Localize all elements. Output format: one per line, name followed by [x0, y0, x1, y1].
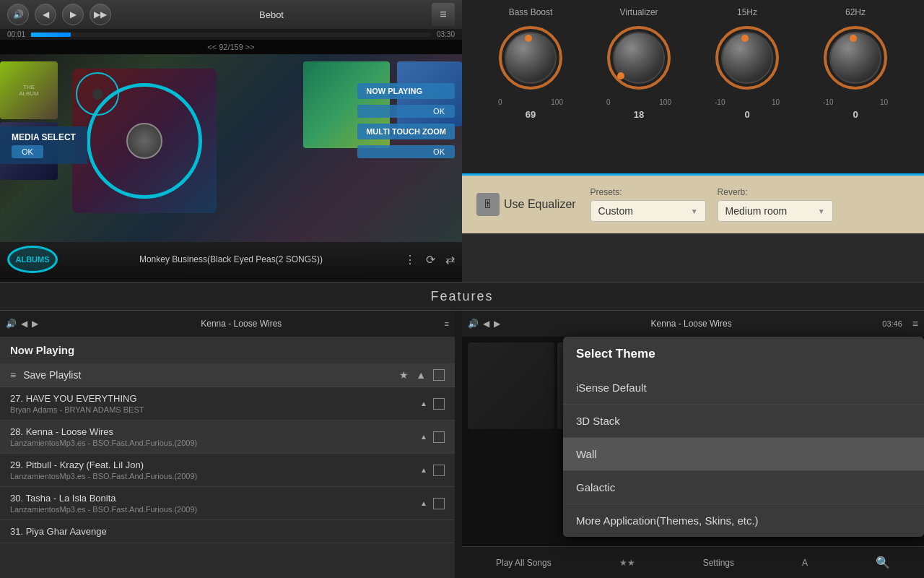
- theme-prev-btn[interactable]: ◀: [483, 319, 489, 329]
- eq-bottom-controls: 🎚 Use Equalizer Presets: Custom ▼ Reverb…: [462, 176, 924, 233]
- track-item[interactable]: 30. Tasha - La Isla Bonita LanzamientosM…: [0, 487, 455, 520]
- track-title: Monkey Business(Black Eyed Peas(2 SONGS)…: [65, 254, 397, 264]
- pl-volume-icon[interactable]: 🔊: [6, 319, 17, 329]
- theme-selector-overlay: Select Theme iSense Default 3D Stack Wal…: [563, 337, 924, 537]
- ok-button-2[interactable]: OK: [357, 145, 455, 158]
- track-item[interactable]: 28. Kenna - Loose Wires LanzamientosMp3.…: [0, 420, 455, 454]
- shuffle-icon[interactable]: ⇄: [445, 253, 455, 267]
- theme-galactic[interactable]: Galactic: [563, 471, 924, 504]
- theme-more-applications[interactable]: More Application(Themes, Skins, etc.): [563, 504, 924, 537]
- track-27-sub: Bryan Adams - BRYAN ADAMS BEST: [10, 405, 144, 414]
- theme-player-title: Kenna - Loose Wires: [505, 319, 878, 329]
- pl-prev-btn[interactable]: ◀: [21, 319, 27, 329]
- theme-wall[interactable]: Wall: [563, 438, 924, 471]
- multi-touch-overlay: MULTI TOUCH ZOOM: [357, 124, 455, 139]
- pl-play-btn[interactable]: ▶: [32, 319, 38, 329]
- menu-button[interactable]: ≡: [432, 3, 455, 26]
- reverb-label: Reverb:: [718, 187, 833, 197]
- track-29-sort[interactable]: ▲: [420, 466, 427, 474]
- player-bottom-icons: ⋮ ⟳ ⇄: [404, 253, 455, 267]
- track-item[interactable]: 27. HAVE YOU EVERYTHING Bryan Adams - BR…: [0, 387, 455, 420]
- now-playing-label: Now Playing: [10, 344, 74, 356]
- theme-menu-icon[interactable]: ≡: [912, 318, 918, 329]
- star-icon[interactable]: ★: [399, 369, 409, 381]
- presets-value: Custom: [598, 205, 633, 217]
- features-text: Features: [430, 289, 493, 304]
- nav-settings[interactable]: Settings: [703, 558, 734, 568]
- virtualizer-knob[interactable]: [607, 26, 671, 90]
- search-icon[interactable]: 🔍: [876, 556, 890, 569]
- track-27-sort[interactable]: ▲: [420, 400, 427, 407]
- theme-3d-stack[interactable]: 3D Stack: [563, 405, 924, 438]
- track-27-check[interactable]: [433, 398, 445, 410]
- knob-62hz: 62Hz -10 10 0: [801, 7, 910, 166]
- knob-15hz: 15Hz -10 10 0: [693, 7, 801, 166]
- repeat-icon[interactable]: ⟳: [426, 253, 435, 267]
- bass-boost-range: 0 100: [498, 98, 563, 106]
- progress-bar[interactable]: [31, 33, 431, 37]
- nav-a[interactable]: A: [802, 558, 808, 568]
- media-select-overlay: MEDIA SELECT OK: [0, 126, 87, 164]
- reverb-value: Medium room: [725, 205, 788, 217]
- pl-player-title: Kenna - Loose Wires: [43, 319, 440, 329]
- sort-icon[interactable]: ▲: [416, 369, 426, 381]
- track-item[interactable]: 31. Piya Ghar Aavenge: [0, 520, 455, 543]
- nav-play-all[interactable]: Play All Songs: [496, 558, 552, 568]
- bass-boost-knob[interactable]: [499, 26, 562, 90]
- 62hz-value: 0: [853, 109, 858, 120]
- playlist-lines-icon: ≡: [10, 369, 16, 381]
- play-button[interactable]: ▶: [62, 4, 84, 25]
- theme-selector-title: Select Theme: [576, 347, 655, 361]
- 62hz-knob[interactable]: [824, 26, 887, 90]
- presets-dropdown[interactable]: Custom ▼: [590, 200, 706, 222]
- theme-selector-panel: 🔊 ◀ ▶ Kenna - Loose Wires 03:46 ≡ Play A…: [462, 311, 924, 578]
- track-27-name: 27. HAVE YOU EVERYTHING: [10, 393, 144, 404]
- 15hz-label: 15Hz: [737, 7, 757, 17]
- track-28-name: 28. Kenna - Loose Wires: [10, 426, 197, 437]
- track-30-check[interactable]: [433, 498, 445, 509]
- player-title: Bebot: [117, 9, 426, 20]
- track-29-check[interactable]: [433, 465, 445, 476]
- 62hz-range: -10 10: [823, 98, 888, 106]
- track-item[interactable]: 29. Pitbull - Krazy (Feat. Lil Jon) Lanz…: [0, 454, 455, 487]
- 15hz-range: -10 10: [715, 98, 780, 106]
- next-button[interactable]: ▶▶: [90, 4, 111, 25]
- virtualizer-range: 0 100: [606, 98, 671, 106]
- bottom-nav: Play All Songs ★★ Settings A 🔍: [462, 546, 924, 578]
- 15hz-knob[interactable]: [715, 26, 779, 90]
- features-banner: Features: [0, 282, 924, 311]
- time-total: 03:30: [437, 30, 455, 38]
- reverb-arrow-icon: ▼: [818, 207, 825, 215]
- theme-play-btn[interactable]: ▶: [494, 319, 500, 329]
- 62hz-label: 62Hz: [845, 7, 866, 17]
- theme-volume-icon[interactable]: 🔊: [468, 319, 479, 329]
- equalizer-panel: Bass Boost 0 100 69 Virtualizer 0 100: [462, 0, 924, 282]
- theme-list: iSense Default 3D Stack Wall Galactic Mo…: [563, 371, 924, 537]
- use-equalizer-button[interactable]: 🎚 Use Equalizer: [476, 193, 576, 216]
- ok-button-1[interactable]: OK: [357, 105, 455, 118]
- theme-isense-default[interactable]: iSense Default: [563, 371, 924, 405]
- 15hz-value: 0: [744, 109, 749, 120]
- presets-label: Presets:: [590, 187, 706, 197]
- save-playlist-row[interactable]: ≡ Save Playlist ★ ▲: [0, 363, 455, 387]
- ok-button-3[interactable]: OK: [12, 145, 43, 158]
- bass-boost-value: 69: [526, 109, 536, 120]
- album-grid: THEALBUM M NOW PLAYING OK MULTI TOUCH ZO…: [0, 54, 462, 242]
- track-29-sub: LanzamientosMp3.es - BSO.Fast.And.Furiou…: [10, 472, 197, 480]
- volume-button[interactable]: 🔊: [7, 4, 29, 25]
- eq-knobs-area: Bass Boost 0 100 69 Virtualizer 0 100: [462, 0, 924, 173]
- now-playing-overlay: NOW PLAYING: [357, 83, 455, 99]
- track-28-check[interactable]: [433, 431, 445, 443]
- checkbox-icon[interactable]: [433, 369, 445, 381]
- player-top-bar: 🔊 ◀ ▶ ▶▶ Bebot ≡: [0, 0, 462, 29]
- albums-button[interactable]: ALBUMS: [7, 246, 58, 273]
- track-30-sort[interactable]: ▲: [420, 499, 427, 507]
- more-options-icon[interactable]: ⋮: [404, 253, 416, 267]
- reverb-col: Reverb: Medium room ▼: [718, 187, 833, 222]
- track-28-sort[interactable]: ▲: [420, 433, 427, 441]
- prev-button[interactable]: ◀: [35, 4, 56, 25]
- save-playlist-icons: ★ ▲: [399, 369, 445, 381]
- reverb-dropdown[interactable]: Medium room ▼: [718, 200, 833, 222]
- pl-hamburger-btn[interactable]: ≡: [445, 319, 449, 328]
- nav-stars: ★★: [619, 558, 635, 568]
